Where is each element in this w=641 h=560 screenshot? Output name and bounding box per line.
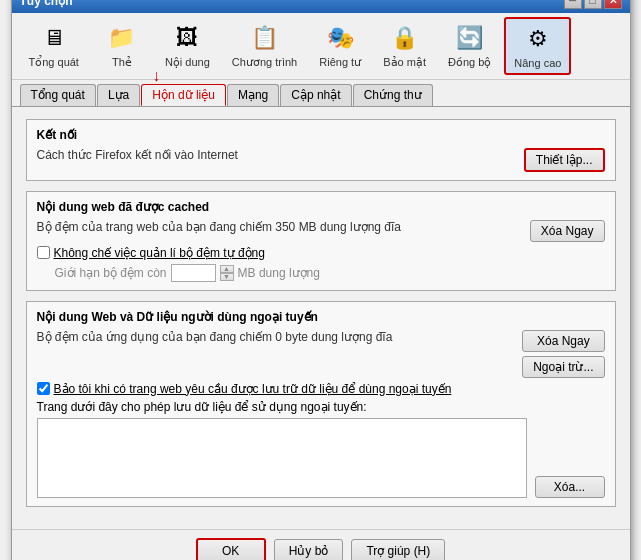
toolbar-item-riengtu[interactable]: 🎭 Riêng tư [310,17,370,75]
cache-xoa-button[interactable]: Xóa Ngay [530,220,605,242]
spinbox-row: Giới hạn bộ đệm còn 350 ▲ ▼ MB dung lượn… [55,264,605,282]
toolbar-item-nangcao[interactable]: ⚙ Nâng cao [504,17,571,75]
toolbar-label-tongquat: Tổng quát [29,56,79,69]
cache-row: Bộ đệm của trang web của bạn đang chiếm … [37,220,605,242]
offline-checkbox-row: Bảo tôi khi có trang web yêu cầu được lư… [37,382,605,396]
dongbo-icon: 🔄 [454,22,486,54]
noidung-icon: 🖼 [171,22,203,54]
ketnoi-row: Cách thức Firefox kết nối vào Internet T… [37,148,605,172]
offline-xoa-button[interactable]: Xóa Ngay [522,330,604,352]
spinbox-input[interactable]: 350 [171,264,216,282]
toolbar-label-noidung: Nội dung [165,56,210,69]
toolbar-item-noidung[interactable]: 🖼 Nội dung [156,17,219,75]
toolbar-item-baomat[interactable]: 🔒 Bảo mật [374,17,435,75]
tab-bar: Tổng quát Lựa Hộn dữ liệu ↓ Mạng Cập nhậ… [12,80,630,107]
offline-title: Nội dung Web và Dữ liệu người dùng ngoại… [37,310,605,324]
spinbox-prefix-label: Giới hạn bộ đệm còn [55,266,167,280]
ketnoi-title: Kết nối [37,128,605,142]
toolbar-label-baomat: Bảo mật [383,56,426,69]
tab-hondulieu[interactable]: Hộn dữ liệu ↓ [141,84,226,106]
offline-desc: Bộ đệm của ứng dụng của bạn đang chiếm 0… [37,330,393,344]
tab-capnhat[interactable]: Cập nhật [280,84,351,106]
thietlap-button[interactable]: Thiết lập... [524,148,605,172]
toolbar: 🖥 Tổng quát 📁 Thẻ 🖼 Nội dung 📋 Chương tr… [12,13,630,80]
tongquat-icon: 🖥 [38,22,70,54]
toolbar-label-riengtu: Riêng tư [319,56,361,69]
offline-row1: Bộ đệm của ứng dụng của bạn đang chiếm 0… [37,330,605,378]
tab-content: Kết nối Cách thức Firefox kết nối vào In… [12,107,630,529]
riengtu-icon: 🎭 [324,22,356,54]
title-bar-controls: ─ □ ✕ [564,0,622,9]
cache-title: Nội dung web đã được cached [37,200,605,214]
spin-buttons: ▲ ▼ [220,265,234,281]
cache-checkbox-row: Không chế việc quản lí bộ đệm tự động [37,246,605,260]
ok-button[interactable]: OK [196,538,266,561]
toolbar-item-dongbo[interactable]: 🔄 Đồng bộ [439,17,500,75]
spin-down-button[interactable]: ▼ [220,273,234,281]
trang-desc: Trang dưới đây cho phép lưu dữ liệu để s… [37,400,605,414]
close-button[interactable]: ✕ [604,0,622,9]
toolbar-item-chuongtrinh[interactable]: 📋 Chương trình [223,17,306,75]
bottom-buttons: OK Hủy bỏ Trợ giúp (H) [12,529,630,561]
spin-up-button[interactable]: ▲ [220,265,234,273]
minimize-button[interactable]: ─ [564,0,582,9]
toolbar-label-dongbo: Đồng bộ [448,56,491,69]
window-title: Tùy chọn [20,0,73,8]
spinbox-suffix-label: MB dung lượng [238,266,320,280]
chuongtrinh-icon: 📋 [249,22,281,54]
help-button[interactable]: Trợ giúp (H) [351,539,445,561]
toolbar-label-the: Thẻ [112,56,132,69]
toolbar-label-chuongtrinh: Chương trình [232,56,297,69]
cancel-button[interactable]: Hủy bỏ [274,539,344,561]
offline-checkbox-label: Bảo tôi khi có trang web yêu cầu được lư… [54,382,452,396]
cache-checkbox[interactable] [37,246,50,259]
tab-lua[interactable]: Lựa [97,84,140,106]
textarea-wrapper: Xóa... [37,414,605,498]
tab-chungthuc[interactable]: Chứng thư [353,84,433,106]
nangcao-icon: ⚙ [522,23,554,55]
toolbar-label-nangcao: Nâng cao [514,57,561,69]
toolbar-item-tongquat[interactable]: 🖥 Tổng quát [20,17,88,75]
arrow-annotation: ↓ [152,67,160,85]
offline-checkbox[interactable] [37,382,50,395]
tab-mang[interactable]: Mạng [227,84,279,106]
ngoaitru-button[interactable]: Ngoại trừ... [522,356,604,378]
toolbar-item-the[interactable]: 📁 Thẻ [92,17,152,75]
the-icon: 📁 [106,22,138,54]
offline-textarea[interactable] [37,418,527,498]
section-ketnoi: Kết nối Cách thức Firefox kết nối vào In… [26,119,616,181]
tab-tongquat[interactable]: Tổng quát [20,84,96,106]
section-cache: Nội dung web đã được cached Bộ đệm của t… [26,191,616,291]
main-window: Tùy chọn ─ □ ✕ 🖥 Tổng quát 📁 Thẻ 🖼 Nội d… [11,0,631,560]
offline-xoa2-button[interactable]: Xóa... [535,476,605,498]
cache-desc: Bộ đệm của trang web của bạn đang chiếm … [37,220,402,234]
ketnoi-desc: Cách thức Firefox kết nối vào Internet [37,148,238,162]
title-bar: Tùy chọn ─ □ ✕ [12,0,630,13]
cache-checkbox-label: Không chế việc quản lí bộ đệm tự động [54,246,265,260]
section-offline: Nội dung Web và Dữ liệu người dùng ngoại… [26,301,616,507]
baomat-icon: 🔒 [389,22,421,54]
maximize-button[interactable]: □ [584,0,602,9]
